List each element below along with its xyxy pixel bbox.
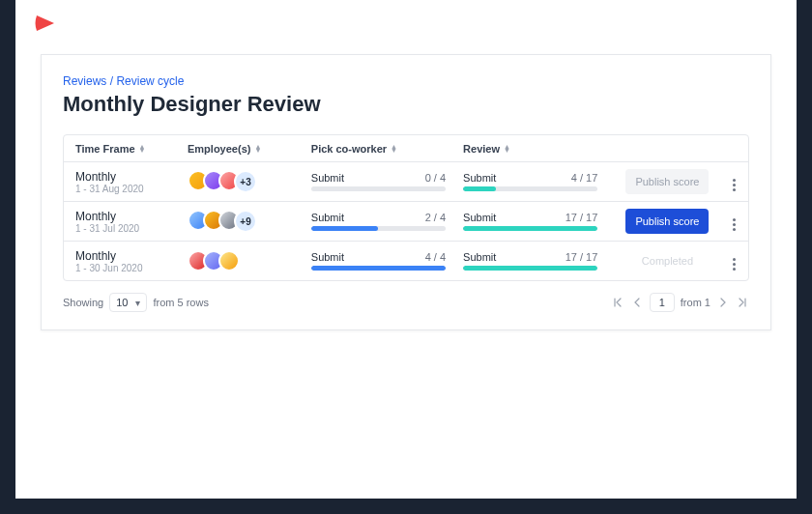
pagination-right: 1 from 1 [611,293,749,312]
pagination-left: Showing 10 ▾ from 5 rows [63,293,209,312]
from-pages-label: from 1 [681,297,710,308]
col-header-review[interactable]: Review ▲▼ [463,143,615,155]
sort-icon: ▲▼ [391,145,397,153]
avatar-more-badge[interactable]: +3 [234,170,257,193]
table-row: Monthly1 - 31 Aug 2020+3 Submit 0 / 4 Su… [64,162,748,202]
pick-bar [311,186,446,191]
review-bar [463,226,597,231]
completed-label: Completed [632,248,703,273]
period-label: Monthly [75,249,188,263]
col-header-pick-label: Pick co-worker [311,143,387,155]
page-size-value: 10 [116,297,128,308]
review-progress: Submit 17 / 17 [463,212,615,231]
col-header-time[interactable]: Time Frame ▲▼ [64,143,188,155]
content-card: Reviews / Review cycle Monthly Designer … [41,54,771,330]
breadcrumb: Reviews / Review cycle [63,74,749,88]
sort-icon: ▲▼ [504,145,510,153]
col-header-employee-label: Employee(s) [188,143,250,155]
table-row: Monthly1 - 30 Jun 2020 Submit 4 / 4 Subm… [64,242,748,280]
pick-count: 2 / 4 [425,212,446,223]
chevron-down-icon: ▾ [135,298,140,308]
table-row: Monthly1 - 31 Jul 2020+9 Submit 2 / 4 Su… [64,202,748,242]
review-label: Submit [463,172,496,184]
showing-label: Showing [63,297,103,308]
first-page-icon[interactable] [611,298,624,307]
period-label: Monthly [75,170,188,184]
page-title: Monthly Designer Review [63,92,749,117]
pick-progress: Submit 0 / 4 [311,172,463,191]
page-input[interactable]: 1 [650,293,675,312]
pick-progress: Submit 4 / 4 [311,251,463,271]
col-header-employee[interactable]: Employee(s) ▲▼ [188,143,311,155]
col-header-pick[interactable]: Pick co-worker ▲▼ [311,143,463,155]
pick-bar [311,226,446,231]
review-progress: Submit 17 / 17 [463,251,615,271]
review-label: Submit [463,251,496,263]
pick-label: Submit [311,212,344,223]
review-label: Submit [463,212,496,223]
publish-score-button[interactable]: Publish score [625,209,709,234]
next-page-icon[interactable] [716,298,730,307]
pick-bar [311,266,446,271]
row-menu-icon[interactable] [729,254,740,274]
pick-count: 4 / 4 [425,251,446,263]
page-size-select[interactable]: 10 ▾ [109,293,147,312]
pagination: Showing 10 ▾ from 5 rows 1 from 1 [63,293,749,312]
pick-count: 0 / 4 [425,172,446,184]
pick-label: Submit [311,251,344,263]
from-rows-label: from 5 rows [153,297,208,308]
review-bar [463,266,597,271]
date-range: 1 - 30 Jun 2020 [75,263,188,273]
prev-page-icon[interactable] [630,298,644,307]
employee-avatars[interactable]: +9 [188,210,311,233]
date-range: 1 - 31 Jul 2020 [75,223,188,234]
avatar [218,250,240,271]
brand-logo [33,12,66,35]
table-header: Time Frame ▲▼ Employee(s) ▲▼ Pick co-wor… [64,135,748,162]
pick-progress: Submit 2 / 4 [311,212,463,231]
breadcrumb-child[interactable]: Review cycle [116,74,184,88]
row-menu-icon[interactable] [729,214,740,235]
row-menu-icon[interactable] [729,175,740,195]
breadcrumb-sep: / [110,74,113,88]
col-header-review-label: Review [463,143,500,155]
review-count: 17 / 17 [566,212,598,223]
employee-avatars[interactable] [188,250,311,271]
review-count: 17 / 17 [566,251,598,263]
breadcrumb-parent[interactable]: Reviews [63,74,106,88]
pick-label: Submit [311,172,344,184]
period-label: Monthly [75,210,188,223]
sort-icon: ▲▼ [139,145,146,153]
review-table: Time Frame ▲▼ Employee(s) ▲▼ Pick co-wor… [63,134,749,281]
sort-icon: ▲▼ [254,145,261,153]
review-progress: Submit 4 / 17 [463,172,615,191]
employee-avatars[interactable]: +3 [188,170,311,193]
date-range: 1 - 31 Aug 2020 [75,184,188,194]
last-page-icon[interactable] [736,298,749,307]
avatar-more-badge[interactable]: +9 [234,210,257,233]
review-bar [463,186,597,191]
col-header-time-label: Time Frame [75,143,135,155]
publish-score-button[interactable]: Publish score [625,169,709,194]
review-count: 4 / 17 [571,172,598,184]
